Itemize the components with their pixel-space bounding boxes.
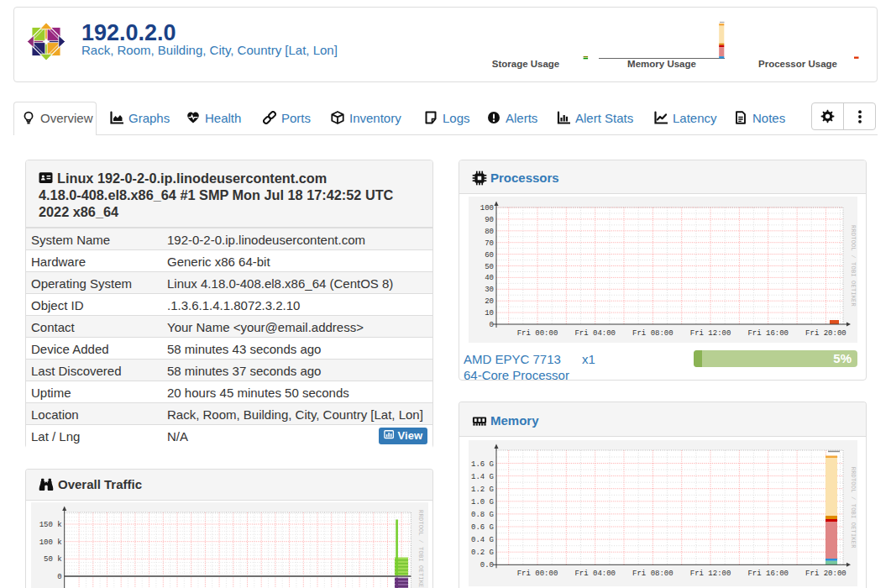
svg-text:RRDTOOL / TOBI OETIKER: RRDTOOL / TOBI OETIKER xyxy=(850,467,857,549)
svg-text:Fri 16:00: Fri 16:00 xyxy=(747,329,789,338)
svg-text:30: 30 xyxy=(485,286,494,294)
svg-text:0.6 G: 0.6 G xyxy=(471,523,494,532)
svg-text:Fri 00:00: Fri 00:00 xyxy=(517,329,558,338)
svg-text:1.0 G: 1.0 G xyxy=(471,498,494,507)
svg-text:1.6 G: 1.6 G xyxy=(471,460,494,469)
svg-text:RRDTOOL / TOBI OETIKER: RRDTOOL / TOBI OETIKER xyxy=(850,225,857,307)
svg-text:Fri 08:00: Fri 08:00 xyxy=(632,329,673,338)
svg-text:20: 20 xyxy=(485,297,494,306)
svg-text:0.0: 0.0 xyxy=(480,561,494,570)
svg-text:Fri 00:00: Fri 00:00 xyxy=(517,570,558,578)
svg-text:Fri 04:00: Fri 04:00 xyxy=(574,329,616,338)
svg-text:Fri 16:00: Fri 16:00 xyxy=(747,570,789,578)
svg-text:90: 90 xyxy=(485,216,494,224)
svg-text:Fri 20:00: Fri 20:00 xyxy=(805,329,846,338)
svg-text:60: 60 xyxy=(485,251,494,260)
svg-text:100: 100 xyxy=(480,204,494,213)
svg-text:40: 40 xyxy=(485,274,494,282)
svg-text:10: 10 xyxy=(485,309,494,318)
svg-text:50: 50 xyxy=(485,263,494,271)
svg-text:RRDTOOL / TOBI OETIKER: RRDTOOL / TOBI OETIKER xyxy=(417,510,424,588)
svg-text:0.8 G: 0.8 G xyxy=(471,511,494,519)
svg-text:Fri 12:00: Fri 12:00 xyxy=(690,329,731,338)
svg-text:80: 80 xyxy=(485,228,494,236)
svg-text:Fri 12:00: Fri 12:00 xyxy=(690,570,731,578)
svg-text:Fri 04:00: Fri 04:00 xyxy=(574,570,616,578)
svg-text:Fri 08:00: Fri 08:00 xyxy=(632,570,673,578)
svg-text:0: 0 xyxy=(490,321,494,329)
svg-text:0.2 G: 0.2 G xyxy=(471,549,494,557)
svg-text:0.4 G: 0.4 G xyxy=(471,536,494,544)
svg-text:150 k: 150 k xyxy=(39,521,62,529)
svg-text:70: 70 xyxy=(485,239,494,248)
svg-text:50 k: 50 k xyxy=(44,555,62,564)
svg-text:Fri 20:00: Fri 20:00 xyxy=(805,570,846,578)
svg-text:1.2 G: 1.2 G xyxy=(471,486,494,494)
svg-text:100 k: 100 k xyxy=(39,538,62,547)
svg-text:0: 0 xyxy=(57,573,61,581)
svg-text:1.4 G: 1.4 G xyxy=(471,473,494,481)
